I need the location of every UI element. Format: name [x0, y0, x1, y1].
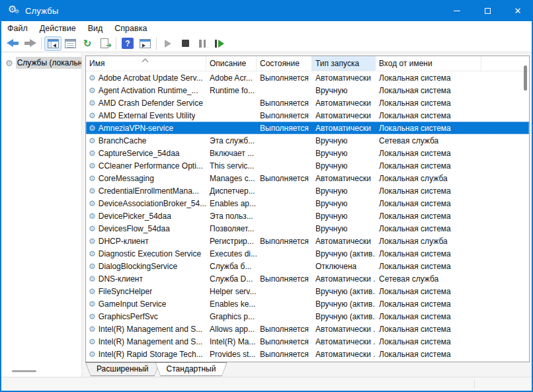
table-row[interactable]: ⚙Adobe Acrobat Update Serv...Adobe Acr..…: [86, 71, 529, 84]
cell-service-name: ⚙GraphicsPerfSvc: [86, 312, 206, 321]
table-row[interactable]: ⚙AMD Crash Defender ServiceВыполняетсяАв…: [86, 97, 529, 109]
cell-status: Выполняется: [257, 73, 312, 83]
table-row[interactable]: ⚙DevicePicker_54daaЭта польз...ВручнуюЛо…: [86, 210, 529, 222]
table-row[interactable]: ⚙DialogBlockingServiceСлужба б...Отключе…: [86, 260, 529, 272]
cell-logon-as: Локальная служба: [376, 174, 481, 183]
cell-startup-type: Вручную: [312, 136, 376, 145]
table-row[interactable]: ⚙Agent Activation Runtime_...Runtime fo.…: [86, 84, 529, 97]
cell-service-name: ⚙CCleaner Performance Opti...: [86, 161, 206, 171]
vertical-scrollbar[interactable]: [524, 65, 527, 91]
export-list-button[interactable]: ➜: [96, 36, 113, 51]
table-row[interactable]: ⚙AmneziaVPN-serviceВыполняетсяАвтоматиче…: [86, 122, 529, 134]
menu-view[interactable]: Вид: [82, 22, 109, 34]
action-pane-icon: [140, 39, 151, 48]
list-header: Имя Описание Состояние Тип запуска Вход …: [86, 56, 529, 71]
close-button[interactable]: ✕: [503, 0, 533, 21]
cell-startup-type: Вручную: [312, 161, 376, 171]
cell-startup-type: Вручную (актив...: [312, 287, 376, 296]
view-tabs: Расширенный Стандартный: [85, 362, 222, 375]
table-row[interactable]: ⚙FileSyncHelperHelper serv...Вручную (ак…: [86, 285, 529, 297]
restart-service-button[interactable]: [211, 36, 228, 51]
table-row[interactable]: ⚙DHCP-клиентРегистрир...ВыполняетсяАвтом…: [86, 235, 529, 247]
cell-description: Эта польз...: [206, 212, 257, 221]
forward-arrow-icon: [24, 39, 36, 48]
console-tree-pane: ⚙ Службы (локальные): [1, 53, 82, 377]
menu-help[interactable]: Справка: [108, 22, 153, 34]
service-name-text: Diagnostic Execution Service: [99, 249, 201, 258]
cell-logon-as: Локальная система: [376, 262, 481, 271]
column-header-name[interactable]: Имя: [86, 56, 206, 71]
service-gear-icon: ⚙: [89, 299, 96, 309]
properties-button[interactable]: [62, 36, 79, 51]
start-service-button[interactable]: [159, 36, 177, 51]
column-header-logon-as[interactable]: Вход от имени: [376, 56, 481, 71]
stop-service-button[interactable]: [177, 36, 194, 51]
cell-logon-as: Локальная система: [376, 249, 481, 258]
table-row[interactable]: ⚙Diagnostic Execution ServiceExecutes di…: [86, 247, 529, 260]
column-header-status[interactable]: Состояние: [257, 56, 312, 71]
service-name-text: DHCP-клиент: [99, 237, 149, 246]
back-button[interactable]: [4, 36, 21, 51]
table-row[interactable]: ⚙BranchCacheЭта служб...ВручнуюСетевая с…: [86, 134, 529, 147]
help-button[interactable]: ?: [119, 36, 136, 51]
cell-startup-type: Вручную: [312, 186, 376, 196]
menu-bar: Файл Действие Вид Справка: [1, 21, 532, 35]
table-row[interactable]: ⚙GraphicsPerfSvcGraphics p...Вручную (ак…: [86, 310, 529, 323]
maximize-button[interactable]: [472, 0, 503, 21]
column-header-description[interactable]: Описание: [206, 56, 257, 71]
service-name-text: Agent Activation Runtime_...: [99, 86, 198, 95]
menu-action[interactable]: Действие: [34, 22, 82, 34]
show-console-tree-button[interactable]: [44, 36, 62, 51]
tree-item-services-local[interactable]: ⚙ Службы (локальные): [1, 56, 81, 69]
table-row[interactable]: ⚙CoreMessagingManages c...ВыполняетсяАвт…: [86, 172, 529, 184]
table-row[interactable]: ⚙DNS-клиентСлужба D...ВыполняетсяАвтомат…: [86, 272, 529, 285]
service-name-text: Intel(R) Rapid Storage Tech...: [99, 350, 203, 359]
service-gear-icon: ⚙: [89, 161, 96, 171]
table-row[interactable]: ⚙Intel(R) Management and S...Allows app.…: [86, 323, 529, 335]
console-tree-icon: [48, 39, 59, 48]
cell-service-name: ⚙Intel(R) Rapid Storage Tech...: [86, 350, 206, 359]
cell-description: Manages c...: [206, 174, 257, 183]
help-icon: ?: [122, 38, 134, 49]
cell-service-name: ⚙DialogBlockingService: [86, 262, 206, 271]
status-bar-divider: [474, 380, 475, 389]
cell-description: Эта служб...: [206, 136, 257, 145]
refresh-button[interactable]: ↻: [79, 36, 96, 51]
service-name-text: DeviceAssociationBroker_54...: [99, 199, 206, 208]
service-name-text: GraphicsPerfSvc: [99, 312, 158, 321]
cell-service-name: ⚙CredentialEnrollmentMana...: [86, 186, 206, 196]
cell-startup-type: Автоматически ...: [312, 274, 376, 284]
tab-standard[interactable]: Стандартный: [155, 362, 227, 375]
show-action-pane-button[interactable]: [136, 36, 153, 51]
table-row[interactable]: ⚙CaptureService_54daaВключает ...Вручную…: [86, 147, 529, 159]
table-row[interactable]: ⚙GameInput ServiceEnables ke...Вручную (…: [86, 297, 529, 310]
pause-service-button[interactable]: [194, 36, 211, 51]
cell-description: Позволяет...: [206, 224, 257, 233]
cell-status: Выполняется: [257, 337, 312, 346]
cell-service-name: ⚙DevicesFlow_54daa: [86, 224, 206, 233]
menu-file[interactable]: Файл: [1, 22, 34, 34]
cell-startup-type: Автоматически: [312, 124, 376, 133]
minimize-button[interactable]: [442, 0, 472, 21]
cell-logon-as: Локальная система: [376, 98, 481, 108]
tab-extended[interactable]: Расширенный: [85, 362, 160, 375]
table-row[interactable]: ⚙CCleaner Performance Opti...This servic…: [86, 159, 529, 172]
forward-button[interactable]: [21, 36, 38, 51]
column-header-startup-type[interactable]: Тип запуска: [312, 56, 376, 71]
toolbar-separator: [156, 37, 157, 50]
cell-service-name: ⚙DHCP-клиент: [86, 237, 206, 246]
table-row[interactable]: ⚙Intel(R) Rapid Storage Tech...Provides …: [86, 348, 529, 360]
table-row[interactable]: ⚙CredentialEnrollmentMana...Диспетчер...…: [86, 184, 529, 197]
maximize-icon: [485, 8, 491, 14]
table-row[interactable]: ⚙DevicesFlow_54daaПозволяет...ВручнуюЛок…: [86, 222, 529, 235]
table-row[interactable]: ⚙Intel(R) Management and S...Intel(R) Ma…: [86, 335, 529, 348]
service-gear-icon: ⚙: [89, 249, 96, 258]
sidebar-horizontal-scrollbar[interactable]: [12, 370, 36, 372]
stop-service-icon: [182, 40, 189, 47]
table-row[interactable]: ⚙DeviceAssociationBroker_54...Enables ap…: [86, 197, 529, 210]
cell-service-name: ⚙Agent Activation Runtime_...: [86, 86, 206, 95]
table-row[interactable]: ⚙AMD External Events UtilityВыполняетсяА…: [86, 109, 529, 122]
cell-startup-type: Автоматически: [312, 174, 376, 183]
main-area: ⚙ Службы (локальные) Имя Описание Состоя…: [1, 53, 532, 391]
pause-service-icon: [199, 40, 206, 48]
